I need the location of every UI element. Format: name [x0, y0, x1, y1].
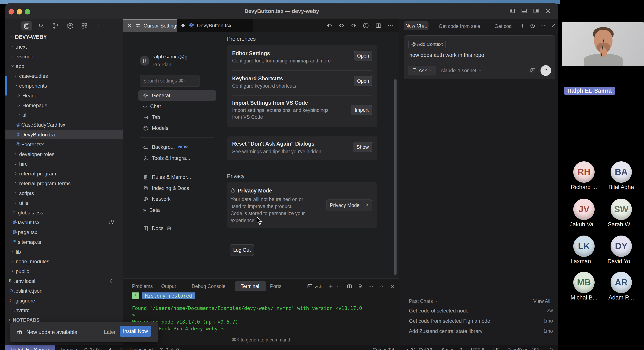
layout-left-icon[interactable] — [509, 8, 515, 14]
tree-row[interactable]: node_modules — [5, 256, 123, 266]
layout-right-icon[interactable] — [533, 8, 539, 14]
privacy-mode-dropdown[interactable]: Privacy Mode — [326, 199, 372, 211]
status-typescript-jsx[interactable]: TypeScript JSX — [508, 347, 540, 350]
trash-icon[interactable] — [357, 283, 363, 289]
settings-search-input[interactable]: Search settings ⌘F — [140, 75, 200, 87]
chevron-down-sm-icon[interactable] — [336, 285, 340, 289]
tree-row[interactable]: referral-program-terms — [5, 178, 123, 188]
tree-row[interactable]: .vscode — [5, 52, 123, 61]
import-button[interactable]: Import — [351, 105, 372, 115]
tree-row[interactable]: page.tsx — [5, 227, 123, 237]
terminal-tab-debug-console[interactable]: Debug Console — [192, 283, 226, 289]
chat-tab-get-code[interactable]: Get cod — [494, 24, 515, 29]
image-icon[interactable] — [530, 67, 536, 73]
tree-root[interactable]: DEVY-WEBY — [5, 32, 123, 42]
nav-circle-icon[interactable] — [338, 22, 345, 29]
settings-scrollbar[interactable] — [394, 79, 396, 275]
tree-row[interactable]: app — [5, 61, 123, 71]
plus-icon[interactable] — [520, 23, 525, 29]
branch-icon[interactable] — [52, 22, 59, 29]
chat-input-text[interactable]: how does auth work in this repo — [409, 52, 484, 58]
tree-row[interactable]: $.env.local — [5, 276, 123, 286]
send-button[interactable] — [540, 65, 551, 76]
nav-back-icon[interactable] — [326, 22, 333, 29]
chevron-up-icon[interactable] — [379, 283, 384, 289]
install-now-button[interactable]: Install Now — [120, 326, 151, 337]
chevron-down-icon[interactable] — [96, 23, 100, 28]
tab-devybutton[interactable]: DevyButton.tsx — [177, 19, 252, 32]
terminal-tab-output[interactable]: Output — [161, 283, 176, 289]
logout-button[interactable]: Log Out — [230, 244, 254, 256]
settings-nav-tab[interactable]: Tab — [138, 112, 216, 122]
tree-row[interactable]: DevyButton.tsx — [5, 130, 123, 139]
nav-forward-icon[interactable] — [350, 22, 357, 29]
status-cursor-tab[interactable]: Cursor Tab — [373, 347, 396, 350]
status-ln-31-col-33[interactable]: Ln 31, Col 33 — [404, 347, 432, 350]
gear-icon[interactable] — [545, 8, 551, 14]
settings-nav-rules-memor-[interactable]: Rules & Memor... — [138, 172, 216, 182]
tree-row[interactable]: developer-roles — [5, 149, 123, 159]
dots-icon[interactable] — [387, 22, 394, 29]
close-icon[interactable] — [550, 23, 556, 29]
tree-row[interactable]: utils — [5, 198, 123, 208]
settings-nav-network[interactable]: Network — [138, 194, 216, 204]
close-icon[interactable] — [127, 23, 132, 28]
history-circle-icon[interactable] — [363, 22, 369, 29]
tree-row[interactable]: #globals.css — [5, 208, 123, 217]
show-button[interactable]: Show — [353, 142, 372, 152]
terminal-tab-problems[interactable]: Problems — [132, 283, 153, 289]
terminal-tab-ports[interactable]: Ports — [270, 283, 282, 289]
layout-bottom-icon[interactable] — [521, 8, 527, 14]
cube-icon[interactable] — [67, 22, 74, 29]
settings-nav-models[interactable]: Models — [138, 123, 216, 133]
chat-tab-new-chat[interactable]: New Chat — [404, 21, 428, 30]
tree-row[interactable]: case-studies — [5, 71, 123, 81]
tree-row[interactable]: Homepage — [5, 100, 123, 110]
open-button[interactable]: Open — [354, 51, 372, 61]
settings-nav-backgro-[interactable]: Backgro...NEW — [138, 142, 216, 152]
sync-indicator[interactable]: 2↓ 0↑ — [84, 347, 101, 350]
link-indicator[interactable] — [118, 347, 123, 350]
plus-icon[interactable] — [328, 283, 334, 289]
add-context-chip[interactable]: @ Add Context — [408, 40, 446, 49]
notifications-bell[interactable] — [548, 347, 554, 350]
tree-row[interactable]: Footer.tsx — [5, 139, 123, 149]
split-icon[interactable] — [347, 283, 352, 289]
tree-row[interactable]: CaseStudyCard.tsx — [5, 120, 123, 130]
tree-row[interactable]: layout.tsx↓M — [5, 217, 123, 227]
search-icon[interactable] — [38, 22, 45, 29]
tree-row[interactable]: hire — [5, 159, 123, 169]
tree-row[interactable]: TSsitemap.ts — [5, 237, 123, 247]
chat-tab-get-code-selected[interactable]: Get code from sele — [439, 24, 488, 29]
problems-indicator[interactable]: 00 — [159, 347, 179, 350]
close-icon[interactable] — [390, 283, 395, 289]
tree-row[interactable]: .gitignore — [5, 296, 123, 305]
status-utf-8[interactable]: UTF-8 — [471, 347, 484, 350]
tree-row[interactable]: Header — [5, 91, 123, 100]
grid-icon[interactable] — [81, 22, 88, 29]
past-chat-item[interactable]: Add Zustand central state library1mo — [409, 328, 553, 336]
model-selector[interactable]: claude-4-sonnet — [441, 68, 482, 74]
status-spaces-2[interactable]: Spaces: 2 — [441, 347, 462, 350]
status-lf[interactable]: LF — [493, 347, 499, 350]
tab-cursor-settings[interactable]: Cursor Settings — [123, 19, 177, 32]
tree-row[interactable]: public — [5, 266, 123, 276]
traffic-light-close[interactable] — [8, 9, 14, 15]
open-button[interactable]: Open — [354, 76, 372, 86]
split-icon[interactable] — [375, 22, 382, 29]
traffic-light-minimize[interactable] — [16, 9, 22, 15]
edit-indicator[interactable] — [107, 347, 112, 350]
view-all-link[interactable]: View All — [533, 298, 550, 304]
terminal-tab-terminal[interactable]: Terminal — [241, 283, 259, 289]
settings-nav-docs[interactable]: Docs — [138, 223, 216, 233]
dots-icon[interactable] — [368, 283, 374, 289]
statusbar-user-badge[interactable]: Ralph EL-Samra — [5, 345, 55, 350]
tree-row[interactable]: ui — [5, 110, 123, 120]
settings-nav-beta[interactable]: »Beta — [138, 205, 216, 215]
tree-row[interactable]: lib — [5, 247, 123, 257]
files-icon[interactable] — [24, 22, 30, 29]
ask-mode-dropdown[interactable]: Ask — [408, 66, 436, 76]
dots-icon[interactable] — [540, 23, 546, 29]
clock-icon[interactable] — [530, 23, 536, 29]
tree-row[interactable]: referral-program — [5, 169, 123, 178]
